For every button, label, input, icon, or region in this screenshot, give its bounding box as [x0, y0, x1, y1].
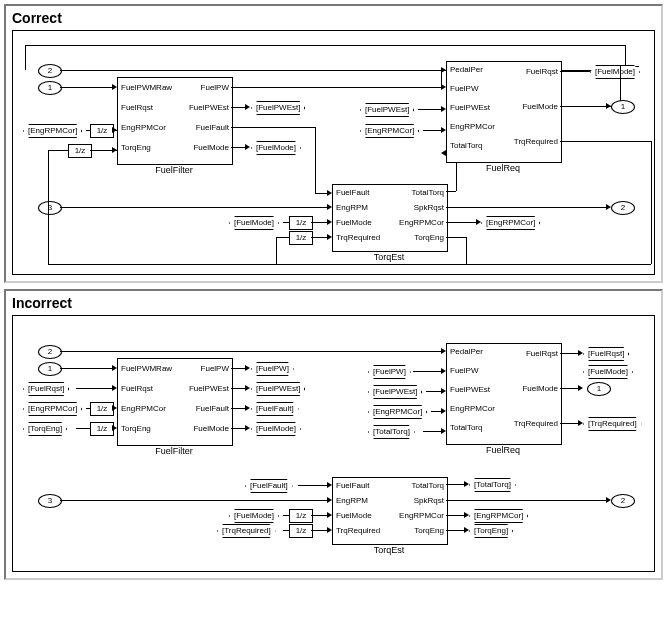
- te-in-2: FuelMode: [336, 218, 372, 227]
- i-goto-trqreq: [TrqRequired]: [583, 417, 642, 431]
- fr-out-1: FuelMode: [522, 102, 558, 111]
- i-goto-totaltorq: [TotalTorq]: [469, 478, 516, 492]
- from-engrpmcor-2: [EngRPMCor]: [360, 124, 419, 138]
- i-from-engrpmcor: [EngRPMCor]: [23, 402, 82, 416]
- i-goto-fuelpw: [FuelPW]: [251, 362, 294, 376]
- i-outport-1: 1: [587, 382, 611, 396]
- i-from-torqeng: [TorqEng]: [23, 422, 67, 436]
- i-inport-3: 3: [38, 494, 62, 508]
- i-inport-2: 2: [38, 345, 62, 359]
- ff-in-2: EngRPMCor: [121, 123, 166, 132]
- udelay-fuelmode: 1/z: [289, 216, 313, 230]
- i-ud-trqreq: 1/z: [289, 524, 313, 538]
- i-goto-fuelmode: [FuelMode]: [251, 422, 301, 436]
- i-ud-torqeng: 1/z: [90, 422, 114, 436]
- i-from-fuelmode2: [FuelMode]: [229, 509, 279, 523]
- panel-title-correct: Correct: [12, 10, 655, 26]
- i-goto-fuelfault: [FuelFault]: [251, 402, 299, 416]
- diagram-incorrect: 2 1 3 [FuelRqst] [EngRPMCor] 1/z [TorqEn…: [12, 315, 655, 572]
- i-ud-engrpm: 1/z: [90, 402, 114, 416]
- te-name: TorqEst: [374, 252, 405, 262]
- udelay-engrpm: 1/z: [90, 124, 114, 138]
- fr-in-4: TotalTorq: [450, 141, 482, 150]
- inport-2: 2: [38, 64, 62, 78]
- ff-out-1: FuelPWEst: [189, 103, 229, 112]
- ff-in-1: FuelRqst: [121, 103, 153, 112]
- udelay-trqreq: 1/z: [289, 231, 313, 245]
- i-goto-fuelmode2: [FuelMode]: [583, 365, 633, 379]
- te-out-3: TorqEng: [414, 233, 444, 242]
- i-block-fuelfilter: FuelPWMRaw FuelRqst EngRPMCor TorqEng Fu…: [117, 358, 233, 446]
- goto-fuelmode-2: [FuelMode]: [590, 65, 640, 79]
- goto-engrpmcor-1: [EngRPMCor]: [481, 216, 540, 230]
- i-from-fuelfault: [FuelFault]: [245, 479, 293, 493]
- panel-correct: Correct 2 1 3 [EngRPMCor] 1/z 1/z FuelPW…: [4, 4, 663, 283]
- goto-fuelmode-1: [FuelMode]: [251, 141, 301, 155]
- from-fuelmode-1: [FuelMode]: [229, 216, 279, 230]
- outport-1: 1: [611, 100, 635, 114]
- from-fuelpwest-2: [FuelPWEst]: [360, 103, 414, 117]
- i-from-trqreq: [TrqRequired]: [217, 524, 276, 538]
- panel-title-incorrect: Incorrect: [12, 295, 655, 311]
- fr-out-0: FuelRqst: [526, 67, 558, 76]
- i-block-fuelreq: PedalPer FuelPW FuelPWEst EngRPMCor Tota…: [446, 343, 562, 445]
- ff-in-0: FuelPWMRaw: [121, 83, 172, 92]
- block-torqest: FuelFault EngRPM FuelMode TrqRequired To…: [332, 184, 448, 252]
- i-block-torqest: FuelFault EngRPM FuelMode TrqRequired To…: [332, 477, 448, 545]
- i-from-fuelpwest: [FuelPWEst]: [368, 385, 422, 399]
- fr-in-0: PedalPer: [450, 65, 483, 74]
- i-goto-fuelpwest: [FuelPWEst]: [251, 382, 305, 396]
- block-fuelreq: PedalPer FuelPW FuelPWEst EngRPMCor Tota…: [446, 61, 562, 163]
- te-in-1: EngRPM: [336, 203, 368, 212]
- i-ud-fuelmode: 1/z: [289, 509, 313, 523]
- i-goto-engrpmcor: [EngRPMCor]: [469, 509, 528, 523]
- i-from-fuelpw: [FuelPW]: [368, 365, 411, 379]
- inport-1: 1: [38, 81, 62, 95]
- i-from-totaltorq: [TotalTorq]: [368, 425, 415, 439]
- te-out-0: TotalTorq: [412, 188, 444, 197]
- i-goto-torqeng: [TorqEng]: [469, 524, 513, 538]
- goto-fuelpwest-1: [FuelPWEst]: [251, 101, 305, 115]
- te-in-0: FuelFault: [336, 188, 369, 197]
- i-from-engrpmcor2: [EngRPMCor]: [368, 405, 427, 419]
- i-goto-fuelrqst: [FuelRqst]: [583, 347, 629, 361]
- te-out-1: SpkRqst: [414, 203, 444, 212]
- ff-out-0: FuelPW: [201, 83, 229, 92]
- outport-2: 2: [611, 201, 635, 215]
- te-in-3: TrqRequired: [336, 233, 380, 242]
- ff-out-2: FuelFault: [196, 123, 229, 132]
- block-fuelfilter: FuelPWMRaw FuelRqst EngRPMCor TorqEng Fu…: [117, 77, 233, 165]
- i-from-fuelrqst: [FuelRqst]: [23, 382, 69, 396]
- fr-in-1: FuelPW: [450, 84, 478, 93]
- fr-name: FuelReq: [486, 163, 520, 173]
- te-out-2: EngRPMCor: [399, 218, 444, 227]
- ff-out-3: FuelMode: [193, 143, 229, 152]
- fr-out-2: TrqRequired: [514, 137, 558, 146]
- diagram-correct: 2 1 3 [EngRPMCor] 1/z 1/z FuelPWMRaw Fue…: [12, 30, 655, 275]
- panel-incorrect: Incorrect 2 1 3 [FuelRqst] [EngRPMCor] 1…: [4, 289, 663, 580]
- i-outport-2: 2: [611, 494, 635, 508]
- inport-3: 3: [38, 201, 62, 215]
- udelay-torqeng: 1/z: [68, 144, 92, 158]
- ff-name: FuelFilter: [155, 165, 193, 175]
- fr-in-3: EngRPMCor: [450, 122, 495, 131]
- ff-in-3: TorqEng: [121, 143, 151, 152]
- from-engrpmcor-1: [EngRPMCor]: [23, 124, 82, 138]
- i-inport-1: 1: [38, 362, 62, 376]
- fr-in-2: FuelPWEst: [450, 103, 490, 112]
